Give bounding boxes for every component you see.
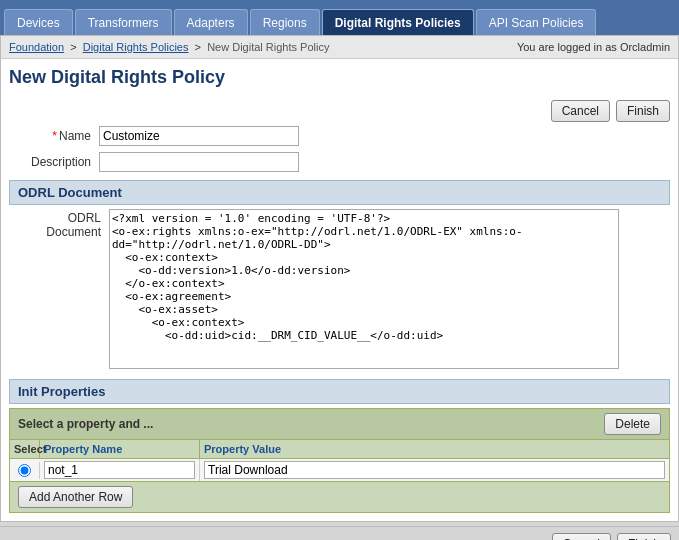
row-name-cell xyxy=(40,459,200,481)
breadcrumb-current: New Digital Rights Policy xyxy=(207,41,329,53)
bottom-bar: Cancel Finish xyxy=(0,526,679,540)
description-row: Description xyxy=(9,152,670,172)
property-name-input[interactable] xyxy=(44,461,195,479)
odrl-document-row: ODRL Document xyxy=(9,209,670,369)
tab-digital-rights[interactable]: Digital Rights Policies xyxy=(322,9,474,35)
finish-button-bottom[interactable]: Finish xyxy=(617,533,671,540)
table-row xyxy=(9,459,670,482)
login-info: You are logged in as Orcladmin xyxy=(517,41,670,53)
breadcrumb-digital-rights[interactable]: Digital Rights Policies xyxy=(83,41,189,53)
init-toolbar: Select a property and ... Delete xyxy=(9,408,670,440)
init-section-header: Init Properties xyxy=(9,379,670,404)
form-content: Cancel Finish *Name Description ODRL Doc… xyxy=(1,92,678,521)
tab-adapters[interactable]: Adapters xyxy=(174,9,248,35)
col-header-select: Select xyxy=(10,440,40,458)
col-header-name: Property Name xyxy=(40,440,200,458)
finish-button-top[interactable]: Finish xyxy=(616,100,670,122)
odrl-textarea[interactable] xyxy=(109,209,619,369)
required-star: * xyxy=(52,129,57,143)
property-value-input[interactable] xyxy=(204,461,665,479)
row-radio[interactable] xyxy=(18,464,31,477)
init-toolbar-label: Select a property and ... xyxy=(18,417,153,431)
tab-regions[interactable]: Regions xyxy=(250,9,320,35)
description-input[interactable] xyxy=(99,152,299,172)
init-table-header: Select Property Name Property Value xyxy=(9,440,670,459)
page-title: New Digital Rights Policy xyxy=(1,59,678,92)
delete-button[interactable]: Delete xyxy=(604,413,661,435)
add-row-bar: Add Another Row xyxy=(9,482,670,513)
cancel-button-top[interactable]: Cancel xyxy=(551,100,610,122)
tab-api-scan[interactable]: API Scan Policies xyxy=(476,9,597,35)
description-label: Description xyxy=(19,155,99,169)
init-section: Init Properties Select a property and ..… xyxy=(9,379,670,513)
name-label: *Name xyxy=(19,129,99,143)
col-header-value: Property Value xyxy=(200,440,669,458)
row-value-cell xyxy=(200,459,669,481)
tab-devices[interactable]: Devices xyxy=(4,9,73,35)
top-navigation: Devices Transformers Adapters Regions Di… xyxy=(0,0,679,35)
breadcrumb-bar: Foundation > Digital Rights Policies > N… xyxy=(1,36,678,59)
row-select-cell xyxy=(10,462,40,479)
name-row: *Name xyxy=(9,126,670,146)
breadcrumb-foundation[interactable]: Foundation xyxy=(9,41,64,53)
name-input[interactable] xyxy=(99,126,299,146)
add-row-button[interactable]: Add Another Row xyxy=(18,486,133,508)
odrl-label: ODRL Document xyxy=(19,209,109,239)
main-content: Foundation > Digital Rights Policies > N… xyxy=(0,35,679,522)
tab-transformers[interactable]: Transformers xyxy=(75,9,172,35)
cancel-button-bottom[interactable]: Cancel xyxy=(552,533,611,540)
breadcrumb: Foundation > Digital Rights Policies > N… xyxy=(9,41,329,53)
odrl-section-header: ODRL Document xyxy=(9,180,670,205)
top-buttons: Cancel Finish xyxy=(9,96,670,126)
